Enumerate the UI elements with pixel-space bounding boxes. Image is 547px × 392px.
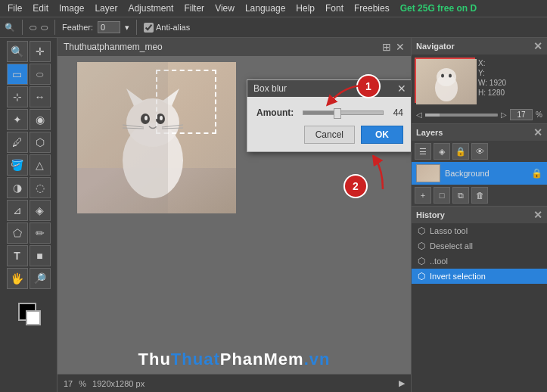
cancel-button[interactable]: Cancel (304, 126, 355, 144)
menu-adjustment[interactable]: Adjustment (123, 2, 178, 15)
tool-row-5: 🖊 ⬡ (7, 132, 51, 153)
titlebar-controls: ⊞ ✕ (382, 41, 405, 53)
menu-filter[interactable]: Filter (179, 2, 209, 15)
tool-row-11: 🖐 🔎 (7, 268, 51, 289)
navigator-thumb-svg (416, 59, 477, 104)
slider-thumb[interactable] (334, 108, 341, 119)
history-invert-icon: ⬡ (418, 271, 425, 282)
navigator-panel: Navigator ✕ (412, 38, 547, 124)
nav-zoom-slider[interactable] (425, 114, 498, 117)
feather-label: Feather: (62, 23, 93, 32)
menu-freebies[interactable]: Freebies (350, 2, 394, 15)
nav-zoom-out-icon[interactable]: ◁ (416, 110, 422, 119)
amount-value: 44 (388, 107, 403, 118)
layers-lock-btn[interactable]: 🔒 (452, 143, 469, 160)
menu-promo[interactable]: Get 25G free on D (396, 2, 481, 15)
navigator-coords: X: Y: W: 1920 H: 1280 (478, 58, 506, 103)
nav-zoom-input[interactable] (510, 109, 533, 120)
history-close-icon[interactable]: ✕ (533, 209, 542, 221)
anti-alias-check[interactable]: Anti-alias (144, 23, 190, 33)
scroll-right-icon[interactable]: ▶ (399, 378, 405, 388)
layer-duplicate-btn[interactable]: ⧉ (452, 187, 469, 204)
layers-close-icon[interactable]: ✕ (533, 126, 542, 138)
tool-smudge[interactable]: ⊿ (7, 200, 28, 221)
svg-point-18 (449, 74, 452, 78)
tool-shape[interactable]: ■ (30, 245, 51, 266)
tool-rect-select[interactable]: ▭ (7, 64, 28, 85)
history-tool[interactable]: ⬡ ..tool (412, 254, 547, 269)
tool-pen[interactable]: ✏ (30, 222, 51, 244)
layer-background-name: Background (445, 169, 490, 178)
tool-row-9: ⬠ ✏ (7, 222, 51, 244)
history-lasso[interactable]: ⬡ Lasso tool (412, 223, 547, 238)
layers-toolbar: ☰ ◈ 🔒 👁 (412, 141, 547, 162)
menu-file[interactable]: File (3, 2, 26, 15)
tool-move[interactable]: ✛ (30, 41, 51, 62)
background-color[interactable] (26, 310, 41, 325)
svg-point-16 (437, 68, 456, 86)
navigator-close-icon[interactable]: ✕ (533, 40, 542, 52)
navigator-content: X: Y: W: 1920 H: 1280 (412, 54, 547, 106)
tool-measure[interactable]: ↔ (30, 86, 51, 107)
history-deselect-label: Deselect all (430, 241, 473, 250)
layer-group-btn[interactable]: □ (434, 187, 450, 204)
tool-brush[interactable]: 🖊 (7, 132, 28, 153)
menu-view[interactable]: View (210, 2, 239, 15)
history-lasso-icon: ⬡ (418, 226, 425, 236)
tool-dodge[interactable]: ◑ (7, 177, 28, 198)
color-picker-area (12, 297, 45, 330)
menu-font[interactable]: Font (321, 2, 348, 15)
nav-zoom-in-icon[interactable]: ▷ (501, 110, 507, 119)
canvas-titlebar: Thuthuatphanmem_meo ⊞ ✕ (57, 38, 411, 56)
tool-lasso[interactable]: ⬭ (30, 64, 51, 85)
tool-zoom2[interactable]: 🔎 (30, 268, 51, 289)
layer-add-btn[interactable]: + (415, 187, 431, 204)
toolbar-search-icon: 🔍 (5, 23, 15, 33)
history-invert[interactable]: ⬡ Invert selection (412, 269, 547, 284)
feather-input[interactable] (98, 21, 120, 33)
arrow-2-svg (364, 155, 402, 193)
tool-bucket[interactable]: 🪣 (7, 154, 28, 176)
ok-button[interactable]: OK (361, 126, 403, 144)
menu-help[interactable]: Help (291, 2, 319, 15)
menu-layer[interactable]: Layer (90, 2, 122, 15)
canvas-expand-icon[interactable]: ⊞ (382, 41, 391, 53)
feather-dropdown-icon[interactable]: ▾ (125, 23, 129, 33)
dialog-close-icon[interactable]: ✕ (397, 82, 406, 95)
layers-visibility-btn[interactable]: 👁 (471, 143, 488, 160)
toolbox: 🔍 ✛ ▭ ⬭ ⊹ ↔ ✦ ◉ 🖊 ⬡ 🪣 △ ◑ ◌ ⊿ ◈ (0, 38, 57, 392)
tool-heal[interactable]: ✦ (7, 109, 28, 130)
tool-clone[interactable]: ◉ (30, 109, 51, 130)
layer-background[interactable]: Background 🔒 (412, 162, 547, 185)
layers-mode-btn[interactable]: ☰ (415, 143, 431, 160)
tool-zoom[interactable]: 🔍 (7, 41, 28, 62)
history-deselect[interactable]: ⬡ Deselect all (412, 238, 547, 254)
layer-delete-btn[interactable]: 🗑 (471, 187, 488, 204)
menu-image[interactable]: Image (54, 2, 89, 15)
history-header: History ✕ (412, 207, 547, 223)
menu-language[interactable]: Language (241, 2, 290, 15)
tool-blur[interactable]: ◌ (30, 177, 51, 198)
toolbar-separator-3 (136, 20, 137, 35)
layers-filter-btn[interactable]: ◈ (434, 143, 450, 160)
history-list: ⬡ Lasso tool ⬡ Deselect all ⬡ ..tool ⬡ I… (412, 223, 547, 284)
tool-eraser[interactable]: ⬡ (30, 132, 51, 153)
canvas-close-icon[interactable]: ✕ (396, 41, 405, 53)
step-2-label: 2 (353, 180, 359, 192)
watermark-vn: .vn (304, 350, 331, 369)
canvas-area: Thuthuatphanmem_meo ⊞ ✕ (57, 38, 411, 392)
nav-y: Y: (478, 69, 506, 77)
tool-path[interactable]: ⬠ (7, 222, 28, 244)
tool-sharpen[interactable]: ◈ (30, 200, 51, 221)
anti-alias-checkbox[interactable] (144, 23, 154, 33)
amount-slider[interactable] (303, 110, 384, 115)
tool-text[interactable]: T (7, 245, 28, 266)
navigator-title: Navigator (416, 42, 455, 51)
tool-gradient[interactable]: △ (30, 154, 51, 176)
svg-point-17 (441, 74, 444, 78)
tool-hand[interactable]: 🖐 (7, 268, 28, 289)
right-panel: Navigator ✕ (411, 38, 547, 392)
tool-crop[interactable]: ⊹ (7, 86, 28, 107)
menu-edit[interactable]: Edit (28, 2, 53, 15)
tool-row-7: ◑ ◌ (7, 177, 51, 198)
